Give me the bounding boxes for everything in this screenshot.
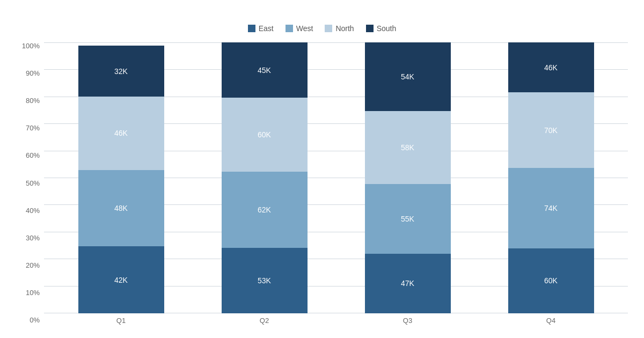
legend-label-north: North: [335, 24, 354, 33]
bar-segment-east: 47K: [365, 254, 451, 313]
x-label-q2: Q2: [222, 317, 308, 325]
y-label: 60%: [26, 152, 40, 159]
bar-segment-south: 54K: [365, 42, 451, 111]
bar-group-q4: 60K74K70K46K: [508, 42, 594, 313]
bar-segment-south: 32K: [78, 46, 164, 97]
y-label: 20%: [26, 262, 40, 269]
bar-segment-north: 60K: [222, 98, 308, 172]
bar-segment-north: 58K: [365, 111, 451, 185]
legend-swatch-north: [325, 25, 332, 32]
bars-row: 42K48K46K32K53K62K60K45K47K55K58K54K60K7…: [44, 42, 628, 313]
bar-segment-south: 46K: [508, 42, 594, 92]
legend-item-west: West: [286, 24, 313, 33]
bar-segment-south: 45K: [222, 42, 308, 98]
y-axis: 0%10%20%30%40%50%60%70%80%90%100%: [16, 42, 44, 325]
y-label: 70%: [26, 124, 40, 131]
chart-container: East West North South 0%10%20%30%40%50%6…: [11, 8, 633, 330]
legend-label-east: East: [259, 24, 274, 33]
legend-swatch-west: [286, 25, 293, 32]
x-label-q4: Q4: [508, 317, 594, 325]
bar-group-q2: 53K62K60K45K: [222, 42, 308, 313]
bar-segment-north: 46K: [78, 97, 164, 170]
legend-swatch-east: [248, 25, 255, 32]
bar-group-q3: 47K55K58K54K: [365, 42, 451, 313]
bar-segment-east: 42K: [78, 246, 164, 313]
bar-segment-west: 48K: [78, 170, 164, 246]
y-label: 10%: [26, 289, 40, 296]
y-label: 50%: [26, 180, 40, 187]
legend-label-west: West: [296, 24, 313, 33]
bar-segment-west: 55K: [365, 184, 451, 254]
legend-swatch-south: [366, 25, 374, 32]
x-label-q3: Q3: [365, 317, 451, 325]
legend: East West North South: [248, 24, 396, 33]
bar-segment-east: 53K: [222, 248, 308, 313]
bar-segment-east: 60K: [508, 248, 594, 313]
legend-item-east: East: [248, 24, 274, 33]
bar-segment-west: 74K: [508, 168, 594, 248]
y-label: 100%: [22, 42, 40, 49]
legend-label-south: South: [377, 24, 397, 33]
legend-item-south: South: [366, 24, 397, 33]
y-label: 30%: [26, 234, 40, 241]
bars-area: 42K48K46K32K53K62K60K45K47K55K58K54K60K7…: [44, 42, 628, 325]
chart-area: 0%10%20%30%40%50%60%70%80%90%100% 42K48K…: [16, 42, 628, 325]
bar-group-q1: 42K48K46K32K: [78, 42, 164, 313]
grid-and-bars: 42K48K46K32K53K62K60K45K47K55K58K54K60K7…: [44, 42, 628, 313]
bar-segment-north: 70K: [508, 92, 594, 168]
bar-segment-west: 62K: [222, 172, 308, 248]
x-axis: Q1Q2Q3Q4: [44, 313, 628, 325]
y-label: 40%: [26, 207, 40, 214]
y-label: 90%: [26, 70, 40, 77]
legend-item-north: North: [325, 24, 354, 33]
y-label: 80%: [26, 97, 40, 104]
y-label: 0%: [30, 317, 40, 324]
x-label-q1: Q1: [78, 317, 164, 325]
